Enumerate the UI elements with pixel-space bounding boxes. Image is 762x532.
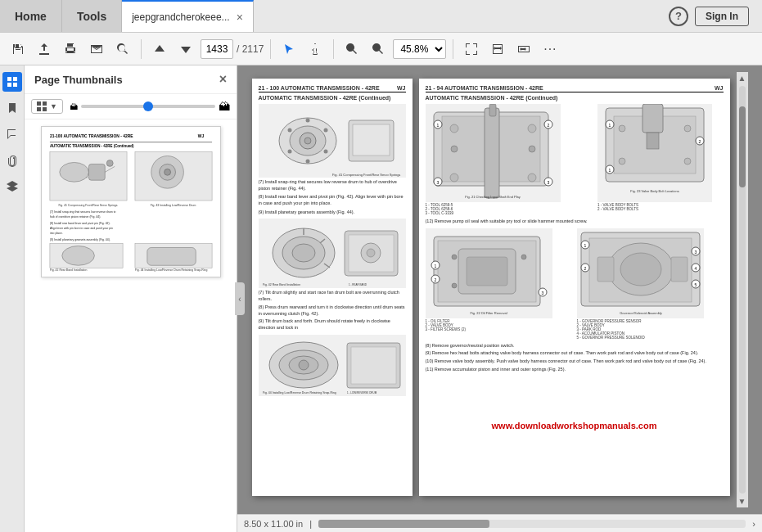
svg-text:hub of overdrive piston retain: hub of overdrive piston retainer (Fig. 4… [49,215,100,219]
home-nav-item[interactable]: Home [0,0,62,32]
zoom-fit-button[interactable] [512,38,535,61]
sidebar-annotations-icon[interactable] [2,124,22,144]
svg-point-24 [164,169,170,175]
pdf-horizontal-scrollbar[interactable] [318,520,746,528]
svg-point-102 [684,158,691,165]
svg-point-18 [106,160,113,166]
thumbnail-close-button[interactable]: × [219,72,227,87]
svg-text:2: 2 [699,139,701,144]
svg-text:Fig. 41 Compressing Front/Rear: Fig. 41 Compressing Front/Rear Servo Spr… [58,204,117,207]
svg-text:2: 2 [584,265,586,270]
sign-in-label: Sign In [706,11,738,22]
tools-nav-item[interactable]: Tools [62,0,122,32]
svg-rect-2 [7,83,11,87]
select-tool-button[interactable] [277,38,300,61]
svg-rect-131 [671,257,688,282]
pdf-view-area: 21 - 100 AUTOMATIC TRANSMISSION - 42RE W… [237,65,762,532]
svg-text:1: 1 [434,263,436,268]
svg-point-43 [305,119,309,123]
page-number-input[interactable] [201,39,233,59]
svg-point-117 [452,283,457,288]
scroll-right-arrow[interactable]: › [752,519,755,529]
svg-text:Align lever with pin bore in c: Align lever with pin bore in case and pu… [49,227,112,230]
pdf-page-right[interactable]: www.downloadworkshopmanuals.com 21 - 94 … [419,79,730,496]
sign-in-button[interactable]: Sign In [695,7,749,26]
svg-rect-16 [88,164,105,180]
svg-text:1: 1 [609,168,611,173]
svg-point-46 [305,160,309,164]
scroll-down-button[interactable] [174,38,197,61]
svg-rect-3 [13,83,17,87]
email-button[interactable] [85,38,108,61]
scroll-up-button[interactable] [148,38,171,61]
pdf-right-text2: (8) Remove governor/neutral position swi… [426,343,724,349]
zoom-out-button[interactable] [340,38,363,61]
sidebar-icons [0,65,25,532]
upload-button[interactable] [33,38,56,61]
thumbnail-size-selector[interactable]: ▼ [31,99,63,114]
tab-close-icon[interactable]: × [237,11,243,24]
svg-point-69 [299,360,309,370]
svg-point-99 [619,125,625,132]
pdf-left-text5: (8) Press drum rearward and turn it in c… [259,304,406,317]
top-nav-bar: Home Tools jeepgrandcherokeee... × ? Sig… [0,0,762,33]
svg-point-100 [684,125,691,132]
svg-text:5: 5 [694,282,697,286]
scroll-track[interactable] [739,86,746,494]
svg-rect-77 [485,108,499,198]
svg-text:21-100  AUTOMATIC TRANSMISSION: 21-100 AUTOMATIC TRANSMISSION - 42RE [49,134,133,138]
pdf-right-text1: (12) Remove pump oil seal with suitable … [426,219,724,225]
slider-max-icon: 🏔 [219,100,230,113]
zoom-in-button[interactable] [367,38,390,61]
sidebar-attachments-icon[interactable] [2,151,22,170]
svg-text:1: 1 [584,242,586,247]
svg-text:Fig. 21 Checking Input Shaft E: Fig. 21 Checking Input Shaft End Play [465,195,521,199]
thumbnail-page-item[interactable]: 21-100 AUTOMATIC TRANSMISSION - 42RE WJ … [41,126,221,277]
svg-text:1 - LOW/REVERSE DRUM: 1 - LOW/REVERSE DRUM [347,391,377,394]
svg-text:Fig. 22 Oil Filter Removal: Fig. 22 Oil Filter Removal [470,311,507,315]
toolbar-separator-2 [270,39,271,59]
svg-point-62 [367,249,375,257]
svg-rect-6 [37,107,41,111]
svg-rect-130 [597,257,614,282]
panel-collapse-arrow[interactable]: ‹ [235,282,245,315]
sidebar-bookmarks-icon[interactable] [2,98,22,118]
scroll-up-arrow[interactable]: ▲ [737,72,748,84]
pdf-status-bar: 8.50 x 11.00 in | › [237,514,762,532]
sidebar-thumbnail-icon[interactable] [2,72,22,92]
zoom-select[interactable]: 45.8% 50% 75% 100% 125% 150% [393,39,446,59]
svg-point-116 [521,255,526,259]
svg-text:3: 3 [547,180,549,185]
svg-point-44 [323,128,327,133]
svg-text:3: 3 [694,249,697,254]
svg-text:4: 4 [694,265,697,270]
pdf-page-left[interactable]: 21 - 100 AUTOMATIC TRANSMISSION - 42RE W… [252,79,413,496]
svg-text:Fig. 42 Rear Band Installation: Fig. 42 Rear Band Installation [263,283,300,286]
svg-text:WJ: WJ [197,134,204,138]
thumbnail-size-slider-container: 🏔 🏔 [70,100,230,113]
fit-page-button[interactable] [460,38,483,61]
pdf-vertical-scrollbar[interactable]: ▲ ▼ [737,72,748,507]
print-button[interactable] [59,38,82,61]
scroll-down-arrow[interactable]: ▼ [737,495,748,507]
scroll-thumb[interactable] [739,106,746,188]
svg-point-15 [59,162,88,182]
search-button[interactable] [111,38,134,61]
help-button[interactable]: ? [669,7,688,26]
save-button[interactable] [7,38,29,61]
toolbar-separator-4 [453,39,453,59]
tab-document[interactable]: jeepgrandcherokeee... × [122,0,254,32]
svg-rect-0 [7,77,11,81]
more-tools-button[interactable]: ··· [539,38,561,61]
svg-rect-98 [647,133,659,149]
fit-width-button[interactable] [486,38,509,61]
thumbnail-panel-title: Page Thumbnails [34,74,123,86]
sidebar-layers-icon[interactable] [2,177,22,196]
tools-label: Tools [77,10,106,23]
thumbnail-size-slider[interactable] [81,105,215,108]
thumbnail-panel-header: Page Thumbnails × [25,65,237,94]
horizontal-scroll-thumb[interactable] [318,520,489,528]
thumbnail-toolbar: ▼ 🏔 🏔 [25,94,237,119]
pdf-left-header-left: 21 - 100 AUTOMATIC TRANSMISSION - 42RE [259,85,380,91]
hand-tool-button[interactable] [304,38,327,61]
